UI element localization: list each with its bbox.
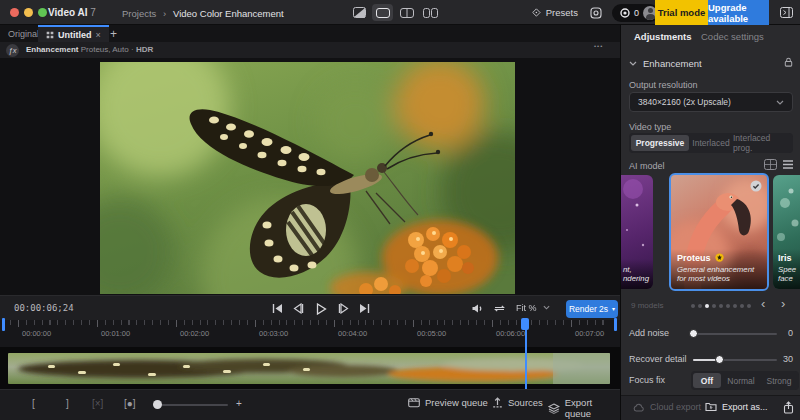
preview-queue-button[interactable]: Preview queue — [408, 397, 488, 408]
trim-out-marker[interactable] — [614, 318, 617, 331]
recover-detail-value: 30 — [771, 354, 793, 364]
timeline-zoom-handle[interactable] — [153, 400, 162, 409]
focus-fix-off[interactable]: Off — [693, 373, 721, 388]
video-preview-image[interactable] — [100, 62, 515, 294]
maximize-window-button[interactable] — [38, 8, 47, 17]
tab-codec-settings[interactable]: Codec settings — [701, 31, 764, 42]
set-in-point-button[interactable]: [ — [32, 398, 35, 409]
add-noise-slider[interactable] — [693, 333, 777, 335]
video-type-interlaced[interactable]: Interlaced — [689, 135, 733, 151]
grid-view-icon[interactable] — [764, 159, 777, 170]
carousel-dot[interactable] — [698, 304, 702, 308]
tab-close-icon[interactable]: × — [96, 30, 101, 40]
new-tab-button[interactable]: + — [102, 25, 125, 42]
transport-bar: 00:00:06;24 Fit % Render 2s ▾ — [0, 295, 620, 320]
enhancement-chip-label[interactable]: Enhancement — [26, 45, 78, 54]
recover-detail-handle[interactable] — [715, 355, 724, 364]
carousel-dot[interactable] — [705, 304, 709, 308]
skip-end-button[interactable] — [356, 301, 374, 316]
breadcrumb-projects[interactable]: Projects — [122, 8, 156, 19]
video-type-interlaced-prog[interactable]: Interlaced prog. — [733, 135, 791, 151]
video-type-progressive[interactable]: Progressive — [631, 135, 689, 151]
lock-icon[interactable] — [783, 56, 794, 68]
skip-start-button[interactable] — [268, 301, 286, 316]
volume-button[interactable] — [468, 301, 486, 316]
loop-section-button[interactable]: [●] — [124, 398, 136, 409]
export-as-button[interactable]: Export as... — [705, 402, 768, 412]
tab-untitled[interactable]: Untitled × — [38, 25, 109, 42]
clear-trim-button[interactable]: [×] — [92, 398, 103, 409]
carousel-next-button[interactable]: › — [781, 296, 785, 311]
trial-mode-button[interactable]: Trial mode — [655, 0, 708, 25]
upgrade-button[interactable]: Upgrade available — [708, 0, 769, 25]
frame-forward-button[interactable] — [334, 301, 352, 316]
render-options-caret[interactable]: ▾ — [612, 305, 615, 312]
enhancement-chip-value: Proteus, Auto — [81, 45, 129, 54]
selected-check-icon — [750, 180, 762, 192]
set-out-point-button[interactable]: ] — [66, 398, 69, 409]
filmstrip[interactable] — [8, 353, 610, 384]
hdr-chip[interactable]: HDR — [136, 45, 153, 54]
view-single-button[interactable] — [372, 4, 393, 21]
titlebar: Video AI 7 Projects › Video Color Enhanc… — [0, 0, 800, 25]
zoom-level-value: Fit % — [516, 303, 537, 313]
toggle-right-panel-icon[interactable] — [776, 4, 797, 21]
tab-adjustments[interactable]: Adjustments — [634, 31, 692, 42]
settings-button[interactable] — [585, 4, 606, 21]
render-button[interactable]: Render 2s ▾ — [566, 300, 618, 318]
presets-icon — [532, 7, 541, 18]
add-noise-handle[interactable] — [689, 329, 698, 338]
share-icon[interactable] — [783, 401, 794, 414]
export-queue-button[interactable]: Export queue — [548, 397, 620, 419]
timeline-zoom-slider[interactable] — [156, 404, 228, 406]
output-resolution-dropdown[interactable]: 3840×2160 (2x Upscale) — [629, 92, 793, 112]
cloud-export-label: Cloud export — [650, 402, 701, 412]
carousel-dot[interactable] — [747, 304, 751, 308]
minimize-window-button[interactable] — [24, 8, 33, 17]
timeline-zoom-in-button[interactable]: + — [236, 398, 242, 409]
focus-fix-label: Focus fix — [629, 375, 665, 385]
close-window-button[interactable] — [10, 8, 19, 17]
carousel-dot[interactable] — [719, 304, 723, 308]
model-name: Proteus — [677, 253, 711, 263]
zoom-level-dropdown[interactable]: Fit % — [516, 303, 550, 313]
carousel-dot[interactable] — [691, 304, 695, 308]
breadcrumb-separator: › — [163, 8, 166, 19]
carousel-dot[interactable] — [733, 304, 737, 308]
list-view-icon[interactable] — [782, 159, 794, 170]
account-pill[interactable]: 0 — [612, 4, 659, 22]
chip-more-icon[interactable]: ••• — [594, 43, 603, 49]
view-original-toggle-icon[interactable] — [349, 4, 370, 21]
carousel-dot[interactable] — [726, 304, 730, 308]
folder-icon — [705, 402, 717, 412]
recover-detail-label: Recover detail — [629, 354, 687, 364]
credits-icon — [620, 8, 630, 18]
sources-button[interactable]: Sources — [492, 397, 543, 408]
presets-button[interactable]: Presets — [532, 0, 578, 25]
model-card-previous[interactable]: nt,ndering — [621, 175, 653, 289]
trim-in-marker[interactable] — [2, 318, 5, 331]
carousel-dot[interactable] — [740, 304, 744, 308]
play-button[interactable] — [312, 301, 330, 316]
enhancement-section-header[interactable]: Enhancement — [629, 58, 702, 69]
carousel-dot[interactable] — [712, 304, 716, 308]
models-count[interactable]: 9 models — [631, 301, 663, 310]
focus-fix-strong[interactable]: Strong — [761, 373, 797, 388]
carousel-prev-button[interactable]: ‹ — [761, 296, 765, 311]
view-split-button[interactable] — [396, 4, 417, 21]
ruler-tick-label: 00:06:00 — [496, 329, 525, 338]
ruler-tick — [18, 320, 19, 327]
view-side-by-side-button[interactable] — [420, 4, 441, 21]
cloud-export-button[interactable]: Cloud export — [633, 402, 701, 412]
model-card-selected[interactable]: Proteus General enhancement for most vid… — [669, 173, 769, 291]
frame-back-button[interactable] — [290, 301, 308, 316]
loop-button[interactable] — [490, 301, 508, 316]
model-card-next[interactable]: Iris Speeface — [773, 175, 800, 289]
playhead-line[interactable] — [525, 320, 527, 389]
focus-fix-normal[interactable]: Normal — [721, 373, 761, 388]
star-badge-icon — [715, 253, 724, 262]
bottom-toolbar: [ ] [×] [●] + Preview queue Sources Expo… — [0, 389, 620, 420]
ruler-tick — [334, 320, 335, 327]
model-name-row: Proteus — [677, 253, 761, 263]
playhead-handle[interactable] — [521, 318, 529, 330]
